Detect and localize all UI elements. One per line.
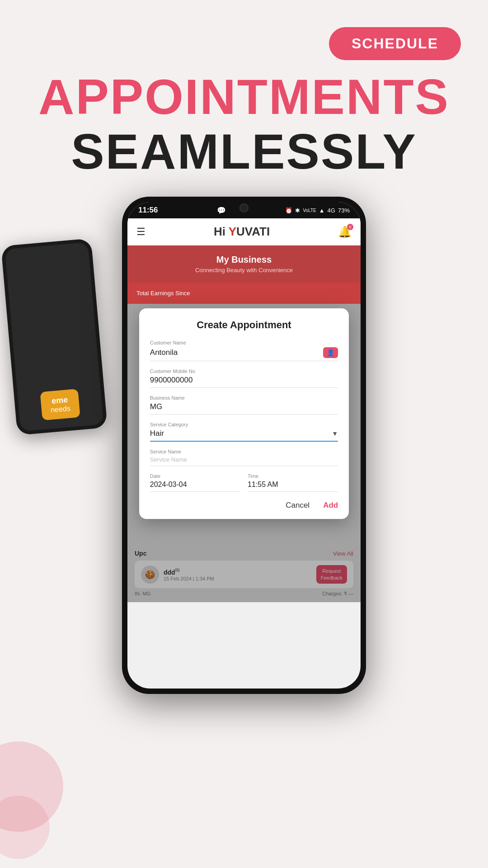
wifi-icon: ▲ <box>319 207 325 214</box>
contact-icon[interactable]: 👤 <box>323 347 338 358</box>
customer-name-group: Customer Name Antonila 👤 <box>150 340 338 361</box>
service-name-label: Service Name <box>150 449 338 454</box>
phone-main: 11:56 💬 ⏰ ✱ VoLTE ▲ 4G 73% ☰ Hi YUVATI <box>122 197 366 694</box>
modal-actions: Cancel Add <box>150 501 338 510</box>
time-input[interactable]: 11:55 AM <box>248 481 338 492</box>
earnings-section: Total Earnings Since <box>127 283 361 304</box>
alarm-icon: ⏰ <box>285 207 292 214</box>
date-time-row: Date 2024-03-04 Time 11:55 AM <box>150 473 338 492</box>
business-name-group: Business Name MG <box>150 395 338 415</box>
headline-seamlessly: SEAMLESSLY <box>27 124 461 179</box>
status-time: 11:56 <box>138 206 158 215</box>
phone-small: eme needs <box>1 238 108 435</box>
my-business-subtitle: Connecting Beauty with Convenience <box>136 267 352 274</box>
create-appointment-modal: Create Appointment Customer Name Antonil… <box>139 308 349 519</box>
app-header: ☰ Hi YUVATI 🔔 0 <box>127 218 361 245</box>
service-category-group: Service Category Hair ▼ <box>150 422 338 442</box>
cancel-button[interactable]: Cancel <box>286 501 310 510</box>
date-label: Date <box>150 473 240 479</box>
headline-appointments: APPOINTMENTS <box>27 69 461 124</box>
app-logo: Hi YUVATI <box>214 225 270 239</box>
earnings-title: Total Earnings Since <box>136 290 352 297</box>
mobile-group: Customer Mobile No 9900000000 <box>150 368 338 388</box>
date-group: Date 2024-03-04 <box>150 473 240 492</box>
notification-badge: 0 <box>347 224 353 230</box>
service-category-label: Service Category <box>150 422 338 427</box>
date-input[interactable]: 2024-03-04 <box>150 481 240 492</box>
volte-icon: VoLTE <box>303 208 316 213</box>
app-body: Create Appointment Customer Name Antonil… <box>127 304 361 602</box>
business-name-value[interactable]: MG <box>150 402 338 411</box>
mobile-label: Customer Mobile No <box>150 368 338 374</box>
schedule-badge: SCHEDULE <box>329 27 461 60</box>
phone-camera <box>239 203 249 212</box>
service-name-group: Service Name Service Name <box>150 449 338 466</box>
hamburger-icon[interactable]: ☰ <box>136 226 145 238</box>
service-category-dropdown[interactable]: Hair ▼ <box>150 429 338 442</box>
business-name-label: Business Name <box>150 395 338 401</box>
add-button[interactable]: Add <box>323 501 338 510</box>
whatsapp-icon: 💬 <box>217 206 226 215</box>
small-phone-line2: needs <box>51 405 71 415</box>
service-name-input[interactable]: Service Name <box>150 456 187 463</box>
mobile-value[interactable]: 9900000000 <box>150 376 338 385</box>
my-business-title: My Business <box>136 255 352 265</box>
status-icons: ⏰ ✱ VoLTE ▲ 4G 73% <box>285 207 350 214</box>
customer-name-value[interactable]: Antonila <box>150 348 323 357</box>
time-label: Time <box>248 473 338 479</box>
notification-bell[interactable]: 🔔 0 <box>338 226 352 238</box>
modal-title: Create Appointment <box>150 319 338 331</box>
battery-icon: 73% <box>338 207 350 214</box>
chevron-down-icon: ▼ <box>332 430 338 437</box>
logo-y: Y <box>229 225 236 238</box>
bluetooth-icon: ✱ <box>295 207 300 214</box>
network-icon: 4G <box>328 207 335 214</box>
app-banner: My Business Connecting Beauty with Conve… <box>127 245 361 283</box>
customer-name-label: Customer Name <box>150 340 338 345</box>
service-category-value: Hair <box>150 429 332 438</box>
modal-overlay: Create Appointment Customer Name Antonil… <box>127 304 361 602</box>
time-group: Time 11:55 AM <box>248 473 338 492</box>
